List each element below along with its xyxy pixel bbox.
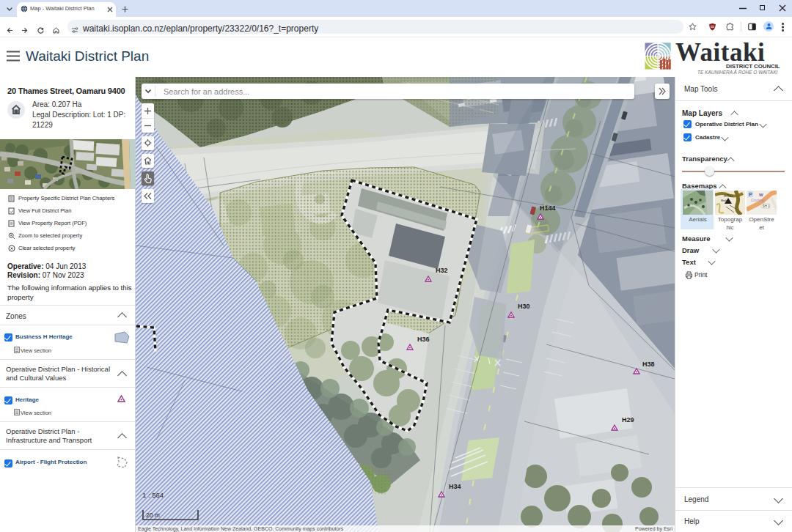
- svg-text:Courtesy: Courtesy: [751, 199, 765, 202]
- svg-text:A7NO: A7NO: [724, 194, 733, 198]
- svg-text:H32: H32: [436, 267, 448, 274]
- svg-text:W: W: [759, 193, 763, 197]
- svg-text:H29: H29: [622, 416, 634, 424]
- svg-text:Powered by Esri: Powered by Esri: [635, 526, 672, 532]
- svg-text:1 : 564: 1 : 564: [142, 491, 164, 499]
- svg-text:Mwk: Mwk: [721, 199, 727, 202]
- svg-text:Eagle Technology, Land Informa: Eagle Technology, Land Information New Z…: [138, 526, 344, 532]
- svg-text:P: P: [749, 192, 752, 197]
- svg-text:H38: H38: [642, 361, 655, 368]
- svg-text:20 m: 20 m: [146, 511, 160, 519]
- svg-text:H36: H36: [417, 336, 430, 343]
- svg-text:H30: H30: [518, 303, 530, 310]
- svg-text:H34: H34: [449, 483, 461, 490]
- svg-text:SH 1: SH 1: [763, 204, 771, 208]
- svg-text:H144: H144: [540, 204, 556, 212]
